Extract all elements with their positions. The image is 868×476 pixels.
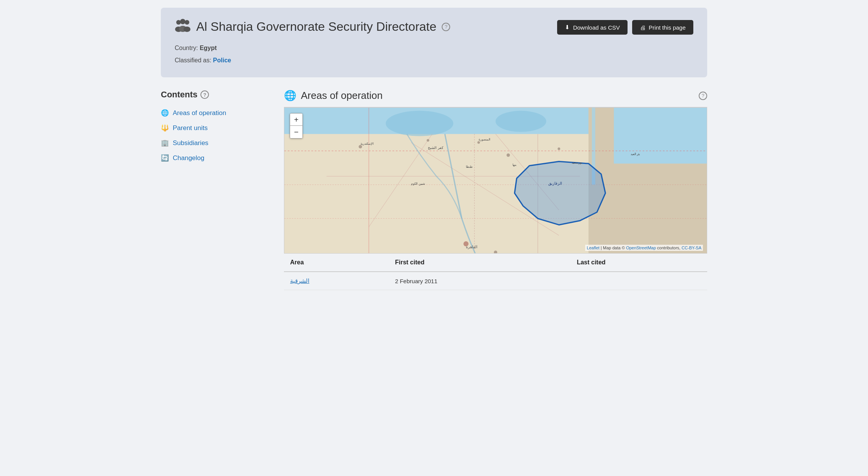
svg-point-27 — [558, 147, 560, 150]
people-group-icon — [175, 18, 191, 35]
org-icon: 🏢 — [161, 139, 169, 147]
map-attribution: Leaflet | Map data © OpenStreetMap contr… — [585, 245, 703, 251]
header-banner: Al Sharqia Governorate Security Director… — [161, 8, 707, 77]
svg-text:القاهرة: القاهرة — [466, 245, 477, 249]
svg-point-5 — [184, 27, 190, 32]
print-page-button[interactable]: 🖨 Print this page — [632, 20, 693, 35]
country-value: Egypt — [200, 45, 217, 51]
content-section: 🌐 Areas of operation ? — [284, 90, 707, 290]
classified-link[interactable]: Police — [213, 57, 231, 63]
map-container[interactable]: كفر الشيخ الإسكندرية المنصورة الزقازيق ب… — [284, 107, 707, 254]
sidebar-item-parent-units: 🔱 Parent units — [161, 124, 269, 132]
classified-label: Classified as: — [175, 57, 211, 63]
svg-point-1 — [180, 19, 185, 24]
sidebar-link-areas[interactable]: 🌐 Areas of operation — [161, 109, 269, 117]
sidebar-label-parent-units: Parent units — [173, 124, 208, 132]
svg-text:كفر الشيخ: كفر الشيخ — [428, 146, 443, 150]
sidebar-label-areas: Areas of operation — [173, 109, 226, 117]
svg-point-25 — [477, 141, 480, 144]
cell-last-cited — [571, 272, 707, 290]
col-area: Area — [284, 254, 389, 272]
cell-first-cited: 2 February 2011 — [389, 272, 571, 290]
area-link[interactable]: الشرقية — [290, 277, 309, 284]
country-label: Country: — [175, 45, 198, 51]
sidebar-navigation: 🌐 Areas of operation 🔱 Parent units 🏢 Su… — [161, 109, 269, 162]
svg-text:بئر العبد: بئر العبد — [631, 152, 640, 156]
globe-icon: 🌐 — [161, 109, 169, 117]
country-row: Country: Egypt — [175, 42, 450, 54]
sidebar-item-areas: 🌐 Areas of operation — [161, 109, 269, 117]
svg-text:بورسعيد: بورسعيد — [572, 161, 582, 164]
page-title: Al Sharqia Governorate Security Director… — [196, 20, 436, 34]
download-icon: ⬇ — [565, 24, 570, 31]
section-heading-left: 🌐 Areas of operation — [284, 90, 382, 102]
main-content: Contents ? 🌐 Areas of operation 🔱 Parent… — [161, 90, 707, 290]
svg-point-10 — [386, 111, 454, 136]
section-help-icon[interactable]: ? — [699, 92, 707, 100]
classified-row: Classified as: Police — [175, 54, 450, 67]
sidebar-label-subsidiaries: Subsidiaries — [173, 139, 209, 147]
col-last-cited: Last cited — [571, 254, 707, 272]
sidebar-link-changelog[interactable]: 🔄 Changelog — [161, 154, 269, 162]
svg-text:الإسكندرية: الإسكندرية — [361, 142, 374, 145]
header-actions: ⬇ Download as CSV 🖨 Print this page — [557, 20, 693, 35]
sidebar: Contents ? 🌐 Areas of operation 🔱 Parent… — [161, 90, 269, 290]
svg-point-2 — [185, 20, 189, 25]
attribution-end: contributors, — [657, 246, 682, 250]
svg-text:المنصورة: المنصورة — [479, 138, 490, 141]
sidebar-link-parent-units[interactable]: 🔱 Parent units — [161, 124, 269, 132]
header-meta: Country: Egypt Classified as: Police — [175, 42, 450, 67]
changelog-icon: 🔄 — [161, 154, 169, 162]
svg-point-0 — [176, 20, 181, 25]
osm-link[interactable]: OpenStreetMap — [626, 246, 656, 250]
areas-table: Area First cited Last cited الشرقية 2 Fe… — [284, 254, 707, 290]
section-title: Areas of operation — [301, 90, 382, 102]
svg-text:طنطا: طنطا — [466, 165, 472, 169]
table-header-row: Area First cited Last cited — [284, 254, 707, 272]
svg-text:بنها: بنها — [512, 163, 516, 167]
attribution-mid: | Map data © — [601, 246, 626, 250]
zoom-in-button[interactable]: + — [290, 114, 302, 126]
section-heading: 🌐 Areas of operation ? — [284, 90, 707, 107]
header-left: Al Sharqia Governorate Security Director… — [175, 18, 450, 67]
svg-text:شبين الكوم: شبين الكوم — [411, 182, 425, 185]
zoom-controls: + − — [290, 113, 303, 139]
zoom-out-button[interactable]: − — [290, 126, 302, 138]
sidebar-label-changelog: Changelog — [173, 154, 204, 162]
leaflet-link[interactable]: Leaflet — [587, 246, 599, 250]
contents-help-icon[interactable]: ? — [200, 90, 209, 99]
title-help-icon[interactable]: ? — [442, 23, 450, 31]
sidebar-link-subsidiaries[interactable]: 🏢 Subsidiaries — [161, 139, 269, 147]
table-header: Area First cited Last cited — [284, 254, 707, 272]
print-icon: 🖨 — [640, 24, 646, 31]
map-svg: كفر الشيخ الإسكندرية المنصورة الزقازيق ب… — [284, 108, 707, 253]
svg-point-24 — [427, 139, 429, 142]
svg-point-26 — [507, 154, 510, 157]
map-inner: كفر الشيخ الإسكندرية المنصورة الزقازيق ب… — [284, 108, 707, 253]
print-btn-label: Print this page — [649, 24, 686, 31]
sidebar-item-changelog: 🔄 Changelog — [161, 154, 269, 162]
col-first-cited: First cited — [389, 254, 571, 272]
svg-rect-9 — [614, 108, 707, 164]
contents-title: Contents — [161, 90, 197, 100]
svg-point-23 — [359, 145, 362, 149]
cell-area: الشرقية — [284, 272, 389, 290]
sidebar-item-subsidiaries: 🏢 Subsidiaries — [161, 139, 269, 147]
table-body: الشرقية 2 February 2011 — [284, 272, 707, 290]
svg-point-11 — [496, 111, 546, 132]
download-csv-button[interactable]: ⬇ Download as CSV — [557, 20, 628, 35]
hierarchy-icon: 🔱 — [161, 124, 169, 132]
section-globe-icon: 🌐 — [284, 90, 296, 102]
page-wrapper: Al Sharqia Governorate Security Director… — [153, 0, 715, 298]
header-title: Al Sharqia Governorate Security Director… — [175, 18, 450, 35]
svg-text:الزقازيق: الزقازيق — [548, 181, 562, 186]
table-row: الشرقية 2 February 2011 — [284, 272, 707, 290]
download-btn-label: Download as CSV — [573, 24, 620, 31]
contents-heading: Contents ? — [161, 90, 269, 100]
cc-link[interactable]: CC-BY-SA — [681, 246, 701, 250]
